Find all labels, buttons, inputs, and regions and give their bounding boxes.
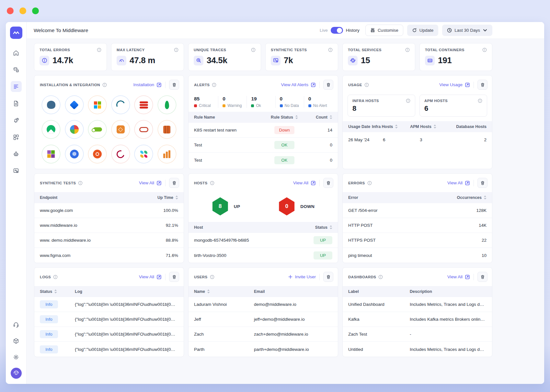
jira-icon[interactable] <box>65 96 83 114</box>
kubernetes-icon[interactable]: ☸ <box>65 145 83 163</box>
app-window: Welcome To Middleware Live History Custo… <box>6 22 544 384</box>
alerts-title: ALERTS <box>194 83 210 87</box>
view-all-logs-link[interactable]: View All <box>139 274 162 280</box>
customise-button[interactable]: Customise <box>365 25 403 36</box>
table-row: tirth-Vostro-3500 UP <box>189 248 338 263</box>
aws-box-icon[interactable] <box>112 121 130 138</box>
warning-dot <box>223 104 225 107</box>
view-all-hosts-link[interactable]: View All <box>293 180 316 186</box>
user-avatar[interactable] <box>11 368 22 379</box>
info-icon <box>364 83 369 87</box>
errors-delete-button[interactable] <box>477 178 487 188</box>
stat-cards-row: TOTAL ERRORS 14.7k MAX LATENCY 47.8 m UN… <box>34 43 492 71</box>
postgresql-icon[interactable] <box>42 96 60 114</box>
color-grid-icon[interactable] <box>42 145 60 163</box>
close-window-button[interactable] <box>7 7 14 14</box>
alerts-bell-icon[interactable] <box>11 115 22 126</box>
sort-icon <box>433 124 436 129</box>
table-row: KafkaIncludes Kafka metrics Brokers onli… <box>343 312 492 327</box>
logs-title: LOGS <box>40 275 51 279</box>
sort-icon <box>175 195 178 200</box>
users-delete-button[interactable] <box>323 272 333 282</box>
redis-icon[interactable] <box>135 96 153 114</box>
usage-delete-button[interactable] <box>477 80 487 90</box>
logs-delete-button[interactable] <box>169 272 179 282</box>
rocky-linux-icon[interactable] <box>42 121 60 138</box>
settings-gear-icon[interactable] <box>11 352 22 363</box>
integration-icons-grid: ☸ <box>34 94 184 169</box>
installation-link[interactable]: Installation <box>133 82 162 87</box>
table-row: HTTPS POST22 <box>343 233 492 248</box>
dashboard-content: TOTAL ERRORS 14.7k MAX LATENCY 47.8 m UN… <box>27 39 544 363</box>
info-icon <box>174 48 178 52</box>
table-row: ping timeout10 <box>343 248 492 263</box>
slack-icon[interactable] <box>135 145 153 163</box>
table-row: Zach Test- <box>343 327 492 342</box>
debian-icon[interactable] <box>112 145 130 163</box>
status-badge: OK <box>274 141 294 149</box>
info-icon <box>478 98 482 103</box>
log-level-badge: Info <box>40 330 58 338</box>
view-usage-link[interactable]: View Usage <box>439 82 470 87</box>
door-icon[interactable] <box>158 121 176 138</box>
aws-stack-icon[interactable] <box>158 145 176 163</box>
mysql-icon[interactable] <box>112 96 130 114</box>
sort-icon <box>207 289 210 294</box>
info-icon <box>210 181 214 185</box>
alerts-delete-button[interactable] <box>323 80 333 90</box>
log-level-badge: Info <box>40 315 58 323</box>
sidebar <box>6 22 27 384</box>
view-all-alerts-link[interactable]: View All Alerts <box>281 82 316 87</box>
bot-icon[interactable] <box>11 148 22 159</box>
synthetic-monitoring-icon[interactable] <box>11 165 22 176</box>
pinwheel-icon[interactable] <box>65 121 83 138</box>
view-all-errors-link[interactable]: View All <box>447 180 470 186</box>
external-link-icon <box>465 82 470 87</box>
middleware-logo[interactable] <box>10 27 22 39</box>
hosts-table-header: Host Status <box>189 222 338 233</box>
table-row: GET /504-error128K <box>343 203 492 218</box>
trash-icon <box>326 275 331 279</box>
view-all-synthetic-link[interactable]: View All <box>139 180 162 186</box>
table-row: HTTP POST14K <box>343 218 492 233</box>
synthetic-tests-panel: SYNTHETIC TESTS View All Endpoint Up Tim… <box>34 173 184 263</box>
services-icon <box>348 56 358 65</box>
synthetic-delete-button[interactable] <box>169 178 179 188</box>
trash-icon <box>172 181 177 185</box>
history-toggle[interactable] <box>331 27 343 34</box>
maximize-window-button[interactable] <box>32 7 39 14</box>
usage-table-header: Usage Date Infra Hosts APM Hosts Databas… <box>343 121 492 132</box>
releases-package-icon[interactable] <box>11 335 22 346</box>
dashboards-delete-button[interactable] <box>477 272 487 282</box>
info-icon <box>102 83 107 87</box>
alerts-panel: ALERTS View All Alerts 85Critical 0Warni… <box>188 75 338 169</box>
mongodb-icon[interactable] <box>158 96 176 114</box>
table-row: Test OK 0 <box>189 153 338 167</box>
integrations-icon[interactable] <box>11 132 22 143</box>
status-badge: UP <box>314 236 332 244</box>
view-all-dashboards-link[interactable]: View All <box>447 274 470 280</box>
opensuse-icon[interactable] <box>88 121 106 138</box>
minimize-window-button[interactable] <box>19 7 26 14</box>
history-label: History <box>346 28 360 33</box>
dashboards-title: DASHBOARDS <box>348 275 376 279</box>
stat-card-synthetic-tests: SYNTHETIC TESTS 7k <box>265 43 338 71</box>
hosts-updown-summary: 8UP 0DOWN <box>189 192 338 222</box>
table-row: Info{"log":"\u001b[0m \u001b[36mINFO\udh… <box>34 342 184 357</box>
table-row: www.google.com100.0% <box>34 203 184 218</box>
table-row: Test OK 0 <box>189 138 338 153</box>
logs-document-icon[interactable] <box>11 98 22 109</box>
home-icon[interactable] <box>11 47 22 58</box>
infrastructure-icon[interactable] <box>11 64 22 75</box>
invite-user-button[interactable]: Invite User <box>288 274 316 279</box>
synthetic-table-header: Endpoint Up Time <box>34 192 184 203</box>
microsoft-icon[interactable] <box>88 96 106 114</box>
ubuntu-icon[interactable] <box>88 145 106 163</box>
dashboard-icon[interactable] <box>11 81 22 92</box>
date-range-selector[interactable]: Last 30 Days <box>442 25 492 36</box>
support-headset-icon[interactable] <box>11 319 22 330</box>
hosts-delete-button[interactable] <box>323 178 333 188</box>
installation-delete-button[interactable] <box>169 80 179 90</box>
update-button[interactable]: Update <box>407 25 439 36</box>
oracle-icon[interactable] <box>135 121 153 138</box>
